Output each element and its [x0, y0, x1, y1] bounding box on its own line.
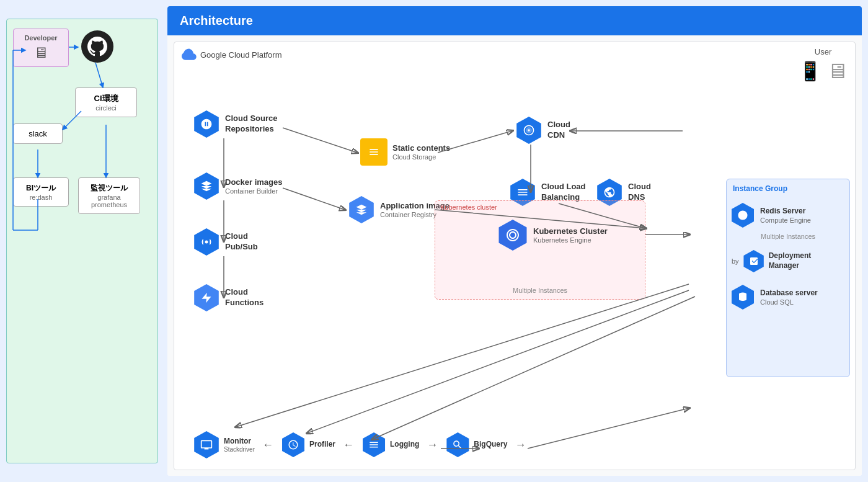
logging-icon: [361, 432, 386, 457]
arrow-left-1: ←: [343, 439, 354, 452]
docker-images-node: Docker images Container Builder: [193, 172, 283, 200]
bi-box: BIツール re:dash: [13, 177, 69, 207]
cloud-cdn-node: CloudCDN: [515, 117, 570, 144]
cloud-pubsub-icon: [193, 228, 220, 256]
profiler-node: Profiler: [281, 432, 335, 457]
cloud-functions-icon: [193, 284, 220, 311]
svg-line-15: [283, 128, 357, 153]
cloud-functions-text: CloudFunctions: [225, 287, 264, 308]
cloud-source-repos-node: Cloud SourceRepositories: [193, 110, 278, 138]
k8s-multiple-instances: Multiple Instances: [435, 287, 645, 294]
desktop-icon: 🖥: [826, 59, 848, 83]
database-server-text: Database server Cloud SQL: [760, 288, 818, 306]
user-label: User: [799, 47, 848, 56]
by-label: by: [732, 257, 739, 265]
cloud-functions-node: CloudFunctions: [193, 284, 264, 311]
left-connectors: [7, 19, 157, 463]
developer-label: Developer: [21, 34, 61, 42]
slack-label: slack: [22, 129, 53, 138]
github-icon: [81, 30, 113, 63]
static-contents-icon: [360, 138, 388, 166]
user-area: User 📱 🖥: [799, 47, 848, 83]
cloud-pubsub-node: CloudPub/Sub: [193, 228, 258, 256]
profiler-icon: [281, 432, 306, 457]
k8s-cluster-icon: [497, 220, 528, 251]
redis-server-text: Redis Server Compute Engine: [760, 207, 811, 224]
cloud-pubsub-text: CloudPub/Sub: [225, 231, 258, 252]
user-icons: 📱 🖥: [799, 59, 848, 83]
logging-node: Logging: [361, 432, 419, 457]
monitoring-sub: grafanaprometheus: [85, 194, 133, 208]
gcp-logo: Google Cloud Platform: [182, 47, 282, 62]
main-container: Developer 🖥 CI環境 circleci slack BIツール re…: [0, 0, 868, 482]
database-server-icon: [730, 285, 755, 310]
k8s-cluster-node: Kubernetes Cluster Kubernetes Engine: [497, 220, 608, 251]
bottom-monitoring-row: Monitor Stackdriver ← Profiler: [193, 431, 719, 458]
svg-line-1: [95, 63, 103, 87]
k8s-cluster-text: Kubernetes Cluster Kubernetes Engine: [533, 226, 608, 244]
gcp-logo-icon: [182, 47, 197, 62]
arch-panel: Architecture Google Cloud Platform User …: [167, 6, 862, 476]
arch-body: Google Cloud Platform User 📱 🖥: [167, 35, 862, 476]
monitoring-title: 監視ツール: [85, 183, 133, 194]
bigquery-icon: [445, 432, 470, 457]
arch-header: Architecture: [167, 6, 862, 35]
mobile-icon: 📱: [799, 60, 822, 82]
static-contents-text: Static contents Cloud Storage: [392, 143, 450, 161]
svg-point-9: [205, 241, 208, 244]
ci-sub: circleci: [83, 104, 129, 112]
deployment-manager-icon: [743, 250, 765, 272]
bigquery-node: BigQuery: [445, 432, 507, 457]
ci-box: CI環境 circleci: [75, 87, 137, 117]
slack-box: slack: [13, 123, 63, 144]
instance-group-label: Instance Group: [727, 179, 849, 198]
developer-box: Developer 🖥: [13, 29, 69, 67]
cloud-cdn-text: CloudCDN: [547, 120, 570, 141]
deployment-manager-text: DeploymentManager: [769, 251, 812, 270]
svg-line-23: [236, 284, 689, 427]
by-deployment-row: by DeploymentManager: [732, 250, 844, 272]
cloud-source-repos-icon: [193, 110, 220, 138]
gcp-area: Google Cloud Platform User 📱 🖥: [174, 42, 856, 470]
cloud-cdn-icon: [515, 117, 542, 144]
svg-line-24: [308, 290, 689, 433]
k8s-cluster-label: Kubernetes cluster: [440, 203, 497, 211]
redis-multiple-instances: Multiple Instances: [727, 233, 849, 240]
k8s-cluster-box: Kubernetes cluster Kubernetes Cluster Ku…: [435, 200, 645, 300]
cloud-dns-text: CloudDNS: [628, 182, 651, 203]
gcp-text: Google Cloud Platform: [200, 50, 282, 60]
app-container-registry-icon: [348, 196, 375, 223]
monitor-icon: [193, 431, 220, 458]
arrow-right-2: →: [427, 439, 438, 452]
arrow-right-3: →: [515, 439, 526, 452]
redis-server-node: Redis Server Compute Engine: [730, 203, 846, 228]
arrow-right-1: ←: [262, 439, 273, 452]
laptop-icon: 🖥: [21, 44, 61, 61]
monitoring-box: 監視ツール grafanaprometheus: [78, 177, 140, 214]
cloud-load-balancing-text: Cloud LoadBalancing: [541, 182, 586, 203]
ci-title: CI環境: [83, 93, 129, 104]
svg-line-25: [373, 297, 695, 439]
left-panel: Developer 🖥 CI環境 circleci slack BIツール re…: [6, 19, 158, 463]
docker-images-text: Docker images Container Builder: [225, 177, 283, 195]
arch-title: Architecture: [180, 14, 253, 27]
instance-group-box: Instance Group Redis Server Compute Engi…: [726, 179, 850, 377]
static-contents-node: Static contents Cloud Storage: [360, 138, 450, 166]
svg-line-16: [283, 188, 345, 210]
bi-sub: re:dash: [20, 194, 62, 201]
redis-server-icon: [730, 203, 755, 228]
database-server-node: Database server Cloud SQL: [730, 285, 846, 310]
cloud-source-repos-text: Cloud SourceRepositories: [225, 114, 278, 135]
bi-title: BIツール: [20, 183, 62, 194]
docker-images-icon: [193, 172, 220, 200]
monitor-node: Monitor Stackdriver: [193, 431, 255, 458]
